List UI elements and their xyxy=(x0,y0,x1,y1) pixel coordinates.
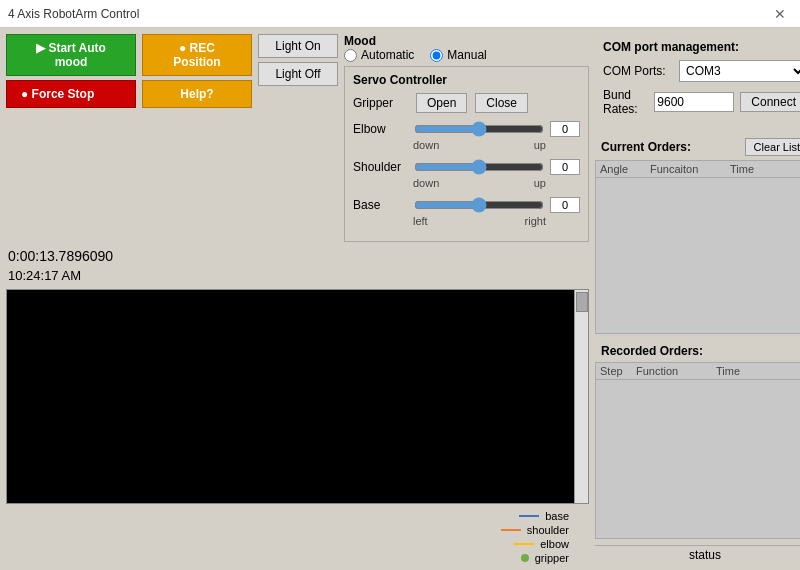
current-orders-section: Current Orders: Clear List Angle Funcait… xyxy=(595,134,800,334)
mood-automatic-option[interactable]: Automatic xyxy=(344,48,414,62)
current-orders-header: Current Orders: Clear List xyxy=(595,134,800,160)
recorded-orders-title: Recorded Orders: xyxy=(595,340,800,362)
shoulder-slider[interactable] xyxy=(414,159,544,175)
mood-radio-group: Automatic Manual xyxy=(344,48,589,62)
legend-shoulder: shoulder xyxy=(501,524,569,536)
window-title: 4 Axis RobotArm Control xyxy=(8,7,139,21)
gripper-label: Gripper xyxy=(353,96,408,110)
connect-button[interactable]: Connect xyxy=(740,92,800,112)
elbow-legend-line xyxy=(514,543,534,545)
elapsed-time: 0:00:13.7896090 xyxy=(8,248,589,264)
gripper-legend-label: gripper xyxy=(535,552,569,564)
baud-rate-label: Bund Rates: xyxy=(603,88,648,116)
elbow-up-label: up xyxy=(534,139,546,151)
force-stop-button[interactable]: ● Force Stop xyxy=(6,80,136,108)
elbow-hints: down up xyxy=(353,139,580,151)
com-port-section: COM port management: COM Ports: COM3 Bun… xyxy=(595,34,800,128)
current-orders-table: Angle Funcaiton Time xyxy=(595,160,800,334)
current-orders-body xyxy=(596,178,800,308)
elbow-legend-label: elbow xyxy=(540,538,569,550)
gripper-legend-dot xyxy=(521,554,529,562)
legend-gripper: gripper xyxy=(521,552,569,564)
base-hints: left right xyxy=(353,215,580,227)
light-buttons: Light On Light Off xyxy=(258,34,338,86)
mood-manual-radio[interactable] xyxy=(430,49,443,62)
mood-manual-label: Manual xyxy=(447,48,486,62)
shoulder-slider-group: Shoulder down up xyxy=(353,159,580,189)
shoulder-up-label: up xyxy=(534,177,546,189)
recorded-orders-section: Recorded Orders: Step Function Time xyxy=(595,340,800,540)
base-label: Base xyxy=(353,198,408,212)
gripper-row: Gripper Open Close xyxy=(353,93,580,113)
main-content: ▶ Start Auto mood ● Force Stop ● REC Pos… xyxy=(0,28,800,570)
secondary-buttons: ● REC Position Help? xyxy=(142,34,252,108)
light-off-button[interactable]: Light Off xyxy=(258,62,338,86)
scrollbar-thumb[interactable] xyxy=(576,292,588,312)
mood-manual-option[interactable]: Manual xyxy=(430,48,486,62)
elbow-value[interactable] xyxy=(550,121,580,137)
mood-automatic-radio[interactable] xyxy=(344,49,357,62)
base-slider[interactable] xyxy=(414,197,544,213)
col-rec-function: Function xyxy=(636,365,716,377)
com-ports-row: COM Ports: COM3 xyxy=(603,60,800,82)
mood-section: Mood Automatic Manual xyxy=(344,34,589,62)
chart-area xyxy=(6,289,589,504)
clock-time: 10:24:17 AM xyxy=(8,268,589,283)
gripper-open-button[interactable]: Open xyxy=(416,93,467,113)
mood-automatic-label: Automatic xyxy=(361,48,414,62)
servo-section: Servo Controller Gripper Open Close Elbo… xyxy=(344,66,589,242)
start-auto-button[interactable]: ▶ Start Auto mood xyxy=(6,34,136,76)
current-orders-title: Current Orders: xyxy=(601,140,691,154)
title-bar: 4 Axis RobotArm Control ✕ xyxy=(0,0,800,28)
shoulder-down-label: down xyxy=(413,177,439,189)
base-slider-group: Base left right xyxy=(353,197,580,227)
col-angle: Angle xyxy=(600,163,650,175)
recorded-orders-header-row: Step Function Time xyxy=(596,363,800,380)
elbow-down-label: down xyxy=(413,139,439,151)
baud-rate-input[interactable] xyxy=(654,92,734,112)
shoulder-hints: down up xyxy=(353,177,580,189)
shoulder-row: Shoulder xyxy=(353,159,580,175)
light-on-button[interactable]: Light On xyxy=(258,34,338,58)
rec-position-button[interactable]: ● REC Position xyxy=(142,34,252,76)
help-button[interactable]: Help? xyxy=(142,80,252,108)
com-title: COM port management: xyxy=(603,40,800,54)
base-row: Base xyxy=(353,197,580,213)
elbow-row: Elbow xyxy=(353,121,580,137)
right-panel: COM port management: COM Ports: COM3 Bun… xyxy=(595,34,800,564)
primary-buttons: ▶ Start Auto mood ● Force Stop xyxy=(6,34,136,108)
col-function: Funcaiton xyxy=(650,163,730,175)
col-step: Step xyxy=(600,365,636,377)
base-left-label: left xyxy=(413,215,428,227)
com-ports-select[interactable]: COM3 xyxy=(679,60,800,82)
top-controls: ▶ Start Auto mood ● Force Stop ● REC Pos… xyxy=(6,34,589,242)
base-legend-line xyxy=(519,515,539,517)
current-orders-header-row: Angle Funcaiton Time xyxy=(596,161,800,178)
elbow-slider-group: Elbow down up xyxy=(353,121,580,151)
shoulder-legend-label: shoulder xyxy=(527,524,569,536)
base-value[interactable] xyxy=(550,197,580,213)
status-bar: status xyxy=(595,545,800,564)
recorded-orders-body xyxy=(596,380,800,510)
baud-rate-row: Bund Rates: Connect xyxy=(603,88,800,116)
shoulder-label: Shoulder xyxy=(353,160,408,174)
servo-title: Servo Controller xyxy=(353,73,580,87)
recorded-orders-table: Step Function Time xyxy=(595,362,800,540)
chart-legend: base shoulder elbow gripper xyxy=(6,510,589,564)
mood-title: Mood xyxy=(344,34,376,48)
base-legend-label: base xyxy=(545,510,569,522)
clear-list-button[interactable]: Clear List xyxy=(745,138,800,156)
com-ports-label: COM Ports: xyxy=(603,64,673,78)
col-time: Time xyxy=(730,163,790,175)
shoulder-value[interactable] xyxy=(550,159,580,175)
status-label: status xyxy=(689,548,721,562)
shoulder-legend-line xyxy=(501,529,521,531)
elbow-slider[interactable] xyxy=(414,121,544,137)
col-rec-time: Time xyxy=(716,365,776,377)
base-right-label: right xyxy=(525,215,546,227)
mood-servo-section: Mood Automatic Manual Servo Controller xyxy=(344,34,589,242)
gripper-close-button[interactable]: Close xyxy=(475,93,528,113)
elbow-label: Elbow xyxy=(353,122,408,136)
chart-scrollbar[interactable] xyxy=(574,290,588,503)
close-button[interactable]: ✕ xyxy=(768,4,792,24)
